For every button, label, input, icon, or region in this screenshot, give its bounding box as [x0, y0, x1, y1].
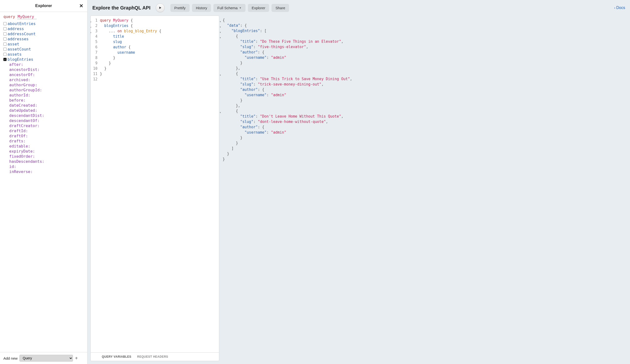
- fold-icon[interactable]: ▼: [220, 19, 221, 24]
- checkbox-icon[interactable]: [4, 53, 6, 56]
- tab-query-variables[interactable]: QUERY VARIABLES: [102, 355, 131, 358]
- addnew-select[interactable]: Query: [20, 355, 73, 362]
- query-name-input[interactable]: [17, 14, 37, 19]
- field-item[interactable]: assets: [4, 52, 84, 57]
- result-line: "slug": "five-things-elevator",: [223, 44, 624, 50]
- arg-label: draftCreator:: [9, 124, 40, 128]
- execute-button[interactable]: [156, 4, 164, 12]
- arg-label: dateUpdated:: [9, 108, 38, 113]
- arg-label: authorId:: [9, 93, 30, 98]
- explorer-button[interactable]: Explorer: [248, 4, 269, 12]
- checkbox-icon[interactable]: [4, 42, 6, 46]
- arg-item[interactable]: dateCreated:: [8, 103, 84, 108]
- code-line: slug: [100, 39, 219, 44]
- fold-icon[interactable]: ▼: [220, 35, 221, 40]
- prettify-button[interactable]: Prettify: [170, 4, 190, 12]
- arg-label: dateCreated:: [9, 103, 38, 108]
- query-keyword: query: [4, 14, 15, 19]
- fold-icon[interactable]: ▼: [220, 30, 221, 35]
- arg-item[interactable]: authorGroupId:: [8, 88, 84, 92]
- explorer-body: query aboutEntriesaddressaddressCountadd…: [0, 12, 87, 352]
- arg-item[interactable]: ancestorOf:: [8, 72, 84, 77]
- arg-item[interactable]: ancestorDist:: [8, 67, 84, 72]
- arg-label: fixedOrder:: [9, 154, 35, 159]
- full-schema-button[interactable]: Full Schema▼: [214, 4, 245, 12]
- editor-scroll[interactable]: 123456789101112 query MyQuery { blogEntr…: [91, 16, 219, 352]
- panes-container: 123456789101112 query MyQuery { blogEntr…: [88, 16, 630, 364]
- checkbox-icon[interactable]: [4, 38, 6, 40]
- chevron-left-icon: ‹: [614, 6, 616, 10]
- code-line: }: [100, 60, 219, 66]
- line-number: 8: [91, 55, 98, 60]
- result-line: "title": "Don't Leave Home Without This …: [223, 114, 624, 119]
- arg-label: id:: [9, 164, 16, 169]
- arg-label: ancestorDist:: [9, 67, 40, 72]
- field-label: aboutEntries: [8, 22, 36, 26]
- arg-item[interactable]: before:: [8, 98, 84, 103]
- arg-item[interactable]: expiryDate:: [8, 149, 84, 154]
- close-icon[interactable]: ✕: [79, 3, 83, 9]
- fold-icon[interactable]: ▼: [220, 24, 221, 30]
- checkbox-icon[interactable]: [4, 48, 6, 51]
- arg-item[interactable]: authorGroup:: [8, 82, 84, 88]
- field-item[interactable]: address: [4, 26, 84, 31]
- arg-item[interactable]: draftId:: [8, 128, 84, 134]
- result-line: }: [223, 156, 624, 162]
- docs-link[interactable]: ‹ Docs: [614, 6, 625, 10]
- field-item[interactable]: asset: [4, 42, 84, 47]
- arg-item[interactable]: draftCreator:: [8, 123, 84, 128]
- arg-item[interactable]: fixedOrder:: [8, 154, 84, 159]
- code-line: username: [100, 50, 219, 55]
- arg-label: hasDescendants:: [9, 159, 44, 164]
- line-number: 4: [91, 34, 98, 39]
- arg-label: authorGroupId:: [9, 88, 42, 92]
- code-line: blogEntries {: [100, 23, 219, 28]
- explorer-panel: Explorer ✕ query aboutEntriesaddressaddr…: [0, 0, 88, 364]
- code-area[interactable]: query MyQuery { blogEntries { ... on blo…: [100, 16, 219, 352]
- chevron-down-icon: ▼: [239, 6, 242, 9]
- fold-icon[interactable]: ▼: [220, 110, 221, 116]
- line-number: 12: [91, 76, 98, 82]
- arg-item[interactable]: id:: [8, 164, 84, 169]
- field-item[interactable]: assetCount: [4, 47, 84, 52]
- line-number: 10: [91, 66, 98, 71]
- result-line: }: [223, 135, 624, 140]
- arg-item[interactable]: draftOf:: [8, 134, 84, 138]
- top-fields-list: aboutEntriesaddressaddressCountaddresses…: [4, 21, 84, 62]
- line-number: 9: [91, 60, 98, 66]
- history-button[interactable]: History: [192, 4, 211, 12]
- arg-item[interactable]: descendantOf:: [8, 118, 84, 123]
- checkbox-icon[interactable]: [4, 32, 6, 36]
- fold-icon[interactable]: ▼: [220, 73, 221, 78]
- field-item[interactable]: addresses: [4, 36, 84, 42]
- checkbox-icon[interactable]: [4, 27, 6, 30]
- result-line: "title": "Do These Five Things in an Ele…: [223, 39, 624, 44]
- result-pane[interactable]: ▼{▼ "data": {▼ "blogEntries": [▼ { "titl…: [219, 16, 627, 361]
- field-item[interactable]: blogEntries: [4, 57, 84, 62]
- arg-item[interactable]: dateUpdated:: [8, 108, 84, 113]
- field-item[interactable]: addressCount: [4, 31, 84, 36]
- result-line: ▼ "data": {: [223, 23, 624, 28]
- checkbox-icon[interactable]: [4, 22, 6, 25]
- arg-label: editable:: [9, 144, 30, 148]
- arg-item[interactable]: editable:: [8, 144, 84, 149]
- arg-item[interactable]: authorId:: [8, 92, 84, 98]
- tab-request-headers[interactable]: REQUEST HEADERS: [137, 355, 168, 358]
- arg-item[interactable]: archived:: [8, 77, 84, 82]
- checkbox-icon[interactable]: [4, 58, 6, 61]
- field-label: asset: [8, 42, 19, 46]
- arg-label: expiryDate:: [9, 149, 35, 154]
- arg-item[interactable]: descendantDist:: [8, 113, 84, 118]
- arg-item[interactable]: hasDescendants:: [8, 159, 84, 164]
- arg-item[interactable]: drafts:: [8, 138, 84, 144]
- arg-item[interactable]: after:: [8, 62, 84, 67]
- add-icon[interactable]: +: [75, 356, 78, 361]
- result-line: }: [223, 140, 624, 146]
- share-button[interactable]: Share: [272, 4, 289, 12]
- arg-item[interactable]: inReverse:: [8, 169, 84, 174]
- field-item[interactable]: aboutEntries: [4, 21, 84, 26]
- code-line: }: [100, 55, 219, 60]
- blog-args-list: after:ancestorDist:ancestorOf:archived:a…: [8, 62, 84, 174]
- result-line: }: [223, 60, 624, 66]
- field-label: addressCount: [8, 32, 36, 36]
